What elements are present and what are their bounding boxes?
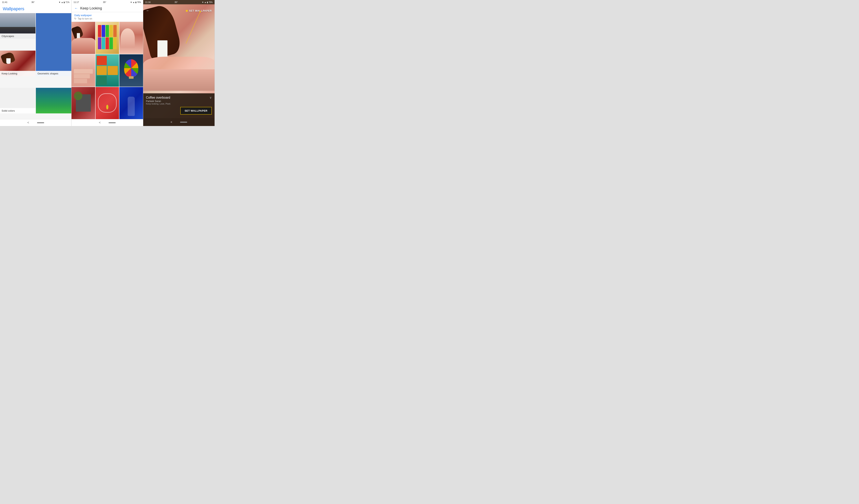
time-3: 11:16 bbox=[145, 1, 151, 3]
battery-pct-3: 76% bbox=[209, 1, 213, 3]
topbar-left: ← bbox=[146, 9, 150, 13]
author-desc: Keep looking. Love, Pixel. bbox=[146, 103, 212, 105]
chevron-down-icon[interactable]: ∨ bbox=[209, 96, 212, 99]
signal-icon-3: ▲ bbox=[204, 1, 206, 3]
gallery-item-7[interactable] bbox=[72, 87, 95, 119]
refresh-icon: ↻ bbox=[74, 17, 76, 20]
bottom-nav-3: < bbox=[143, 118, 214, 126]
cityscapes-label: Cityscapes bbox=[0, 33, 35, 39]
category-cityscapes[interactable]: Cityscapes bbox=[0, 13, 35, 39]
battery-icon: ▮ bbox=[64, 1, 65, 3]
wallpaper-info-overlay: Coffee overboard ∨ Parteek Saran Keep lo… bbox=[143, 93, 214, 118]
wifi-icon-3: ▼ bbox=[202, 1, 204, 3]
battery-icon-2: ▮ bbox=[135, 1, 137, 3]
wallpapers-title: Wallpapers bbox=[3, 6, 69, 12]
back-button-nav-2[interactable]: < bbox=[99, 121, 101, 124]
bottom-nav-1: < bbox=[0, 119, 71, 126]
temp-1: 36° bbox=[31, 1, 35, 3]
category-geometric[interactable]: Geometric shapes bbox=[36, 13, 71, 76]
back-button-2[interactable]: ← bbox=[74, 6, 78, 11]
set-wallpaper-button[interactable]: SET WALLPAPER bbox=[180, 107, 212, 114]
art-cloth-lower bbox=[143, 69, 214, 91]
category-solid[interactable]: Solid colors bbox=[0, 88, 35, 113]
back-button-nav-3[interactable]: < bbox=[171, 121, 172, 124]
signal-icon: ▲ bbox=[61, 1, 63, 3]
status-bar-1: 11:41 36° ▼ ▲ ▮ 71% bbox=[0, 0, 71, 4]
wifi-icon-2: ▼ bbox=[130, 1, 132, 3]
panel-preview: 11:16 35° ▼ ▲ ▮ 76% ← SET WALLPAPER C bbox=[143, 0, 215, 126]
daily-wallpaper-subtitle: Tap to turn on bbox=[78, 17, 92, 20]
back-button-1[interactable]: < bbox=[27, 121, 29, 124]
battery-pct-1: 71% bbox=[65, 1, 69, 3]
geometric-label: Geometric shapes bbox=[36, 71, 71, 76]
gallery-item-5[interactable] bbox=[95, 54, 119, 86]
gallery-item-9[interactable] bbox=[119, 87, 143, 119]
bottom-nav-2: < bbox=[72, 119, 143, 126]
battery-pct-2: 76% bbox=[137, 1, 141, 3]
nav-pill-1 bbox=[37, 122, 44, 123]
set-wallpaper-top-label[interactable]: SET WALLPAPER bbox=[186, 9, 212, 12]
status-bar-3: 11:16 35° ▼ ▲ ▮ 76% bbox=[143, 0, 214, 4]
panel-keep-looking: 11:17 35° ▼ ▲ ▮ 76% ← Keep Looking Daily… bbox=[72, 0, 143, 126]
signal-icon-2: ▲ bbox=[133, 1, 135, 3]
author-name: Parteek Saran bbox=[146, 100, 212, 103]
gallery-item-2[interactable] bbox=[95, 22, 119, 54]
panel-wallpapers: 11:41 36° ▼ ▲ ▮ 71% Wallpapers Cityscape… bbox=[0, 0, 72, 126]
gallery-item-3[interactable] bbox=[119, 22, 143, 54]
status-icons-1: ▼ ▲ ▮ 71% bbox=[59, 1, 69, 3]
time-1: 11:41 bbox=[2, 1, 7, 3]
status-icons-3: ▼ ▲ ▮ 76% bbox=[202, 1, 213, 3]
nav-pill-2 bbox=[108, 122, 116, 123]
battery-icon-3: ▮ bbox=[207, 1, 208, 3]
wifi-icon: ▼ bbox=[59, 1, 60, 3]
wallpaper-name-text: Coffee overboard bbox=[146, 96, 170, 99]
back-button-3[interactable]: ← bbox=[146, 9, 150, 13]
set-wallpaper-row: SET WALLPAPER bbox=[146, 107, 212, 116]
keep-looking-header: ← Keep Looking bbox=[72, 4, 143, 12]
gallery-item-6[interactable] bbox=[119, 54, 143, 86]
temp-2: 35° bbox=[103, 1, 106, 3]
yellow-dot bbox=[186, 10, 188, 12]
status-bar-2: 11:17 35° ▼ ▲ ▮ 76% bbox=[72, 0, 143, 4]
daily-wallpaper-sub[interactable]: ↻ Tap to turn on bbox=[74, 17, 140, 20]
status-icons-2: ▼ ▲ ▮ 76% bbox=[130, 1, 141, 3]
gallery-item-1[interactable] bbox=[72, 22, 95, 54]
time-2: 11:17 bbox=[74, 1, 79, 3]
wallpaper-gallery bbox=[72, 22, 143, 119]
wallpaper-category-grid: Cityscapes Geometric shapes Keep Looking… bbox=[0, 13, 71, 119]
nav-pill-3 bbox=[180, 122, 187, 123]
category-keep-looking[interactable]: Keep Looking bbox=[0, 51, 35, 76]
gallery-item-8[interactable] bbox=[95, 87, 119, 119]
preview-topbar: ← SET WALLPAPER bbox=[143, 4, 214, 14]
daily-wallpaper-title: Daily wallpaper bbox=[74, 14, 140, 17]
daily-wallpaper-bar: Daily wallpaper ↻ Tap to turn on bbox=[72, 12, 143, 22]
keep-looking-label: Keep Looking bbox=[0, 71, 35, 76]
category-ocean[interactable] bbox=[36, 88, 71, 113]
wallpapers-header: Wallpapers bbox=[0, 4, 71, 13]
gallery-item-4[interactable] bbox=[72, 54, 95, 86]
wallpaper-name-row: Coffee overboard ∨ bbox=[146, 96, 212, 99]
solid-label: Solid colors bbox=[0, 108, 35, 113]
temp-3: 35° bbox=[175, 1, 178, 3]
keep-looking-title: Keep Looking bbox=[80, 6, 102, 11]
